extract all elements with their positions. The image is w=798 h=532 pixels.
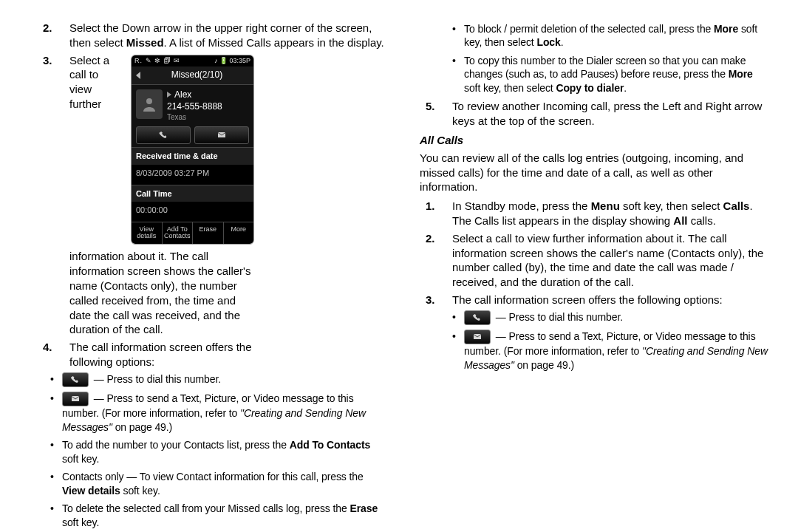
svg-rect-1 (218, 132, 225, 137)
step2-text-c: . A list of Missed Calls appears in the … (164, 36, 384, 49)
step4-text: The call information screen offers the f… (69, 340, 254, 369)
phone-screenshot: R. ✎ ✻ 🗐 ✉ ♪ 🔋 03:35P Missed(2/10) (131, 55, 254, 245)
svg-point-0 (146, 98, 152, 104)
left-column: 2. Select the Down arrow in the upper ri… (37, 21, 386, 519)
phone-title-text: Missed(2/10) (145, 69, 249, 81)
caller-name: Alex (174, 89, 191, 100)
caller-region: Texas (167, 112, 249, 122)
received-header: Received time & date (132, 147, 253, 165)
step-3: 3. R. ✎ ✻ 🗐 ✉ ♪ 🔋 03:35P Missed(2/10) (37, 53, 386, 338)
all-calls-heading: All Calls (420, 133, 768, 148)
bullet-copy-dialer: To copy this number to the Dialer screen… (464, 54, 768, 95)
received-section: Received time & date 8/03/2009 03:27 PM (132, 147, 253, 184)
step-4: 4. The call information screen offers th… (37, 340, 386, 369)
softkey-erase[interactable]: Erase (192, 222, 223, 245)
softkey-more[interactable]: More (223, 222, 254, 245)
received-value: 8/03/2009 03:27 PM (132, 165, 253, 185)
calltime-value: 00:00:00 (132, 202, 253, 222)
manual-page: 2. Select the Down arrow in the upper ri… (0, 0, 798, 532)
message-button[interactable] (194, 126, 249, 144)
bullet-add-contacts: To add the number to your Contacts list,… (62, 438, 386, 466)
allcalls-step-3: 3. The call information screen offers th… (420, 293, 768, 307)
clock-text: 03:35P (229, 57, 250, 64)
envelope-icon (62, 392, 89, 406)
allcalls-step-1: 1. In Standby mode, press the Menu soft … (420, 199, 768, 228)
left-arrow-icon[interactable] (136, 72, 140, 79)
dial-icon (464, 310, 491, 325)
phone-status-bar: R. ✎ ✻ 🗐 ✉ ♪ 🔋 03:35P (132, 55, 253, 67)
softkey-bar: View details Add To Contacts Erase More (132, 222, 253, 245)
step2-bold: Missed (126, 36, 164, 49)
softkey-add-contacts[interactable]: Add To Contacts (162, 222, 193, 245)
step-2: 2. Select the Down arrow in the upper ri… (37, 21, 386, 50)
calltime-header: Call Time (132, 185, 253, 202)
all-calls-intro: You can review all of the calls log entr… (420, 151, 768, 194)
svg-rect-3 (474, 334, 481, 339)
allcalls-bullet-msg: — Press to send a Text, Picture, or Vide… (464, 330, 768, 372)
step-5: 5. To review another Incoming call, pres… (420, 99, 768, 129)
bullet-lock: To block / permit deletion of the select… (464, 22, 768, 50)
bullet-erase: To delete the selected call from your Mi… (62, 502, 386, 529)
phone-title-bar: Missed(2/10) (132, 66, 253, 85)
bullet-dial: — Press to dial this number. (62, 372, 386, 387)
caller-number: 214-555-8888 (167, 101, 249, 113)
envelope-icon (464, 330, 491, 344)
incoming-arrow-icon (167, 92, 171, 98)
allcalls-step-2: 2. Select a call to view further informa… (420, 231, 768, 290)
caller-card: Alex 214-555-8888 Texas (132, 85, 253, 147)
call-button[interactable] (136, 126, 191, 144)
softkey-view-details[interactable]: View details (132, 222, 162, 245)
right-column: To block / permit deletion of the select… (420, 21, 768, 519)
svg-rect-2 (72, 396, 79, 401)
signal-text: R. (134, 57, 143, 64)
allcalls-bullet-dial: — Press to dial this number. (464, 310, 768, 325)
bullet-view-details: Contacts only — To view Contact informat… (62, 470, 386, 497)
avatar (136, 89, 163, 119)
calltime-section: Call Time 00:00:00 (132, 185, 253, 222)
dial-icon (62, 372, 89, 387)
bullet-send-msg: — Press to send a Text, Picture, or Vide… (62, 392, 386, 434)
